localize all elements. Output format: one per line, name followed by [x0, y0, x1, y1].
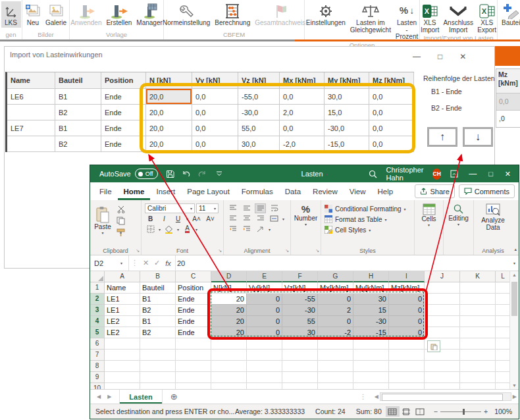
cell-B2[interactable]: B1: [140, 294, 176, 305]
col-header[interactable]: B: [140, 271, 176, 282]
neu-button[interactable]: Neu: [23, 1, 43, 28]
formula-input[interactable]: 20: [177, 259, 185, 267]
orientation-icon[interactable]: [255, 224, 266, 234]
table-cell[interactable]: B2: [55, 105, 101, 120]
wrap-text-icon[interactable]: [269, 203, 280, 213]
vertical-scrollbar[interactable]: ▲ ▼: [509, 271, 519, 389]
user-name[interactable]: Christopher Hahn: [386, 166, 429, 182]
order-item[interactable]: B1 - Ende: [431, 88, 462, 95]
number-format-select[interactable]: % Number ▾: [291, 200, 321, 226]
col-header-selected[interactable]: G: [318, 271, 353, 282]
tab-formulas[interactable]: Formulas: [236, 182, 279, 200]
increase-indent-icon[interactable]: [241, 224, 252, 234]
row-header[interactable]: 9: [90, 372, 105, 383]
einstellungen-button[interactable]: Einstellungen: [304, 1, 348, 28]
align-center-icon[interactable]: [241, 214, 252, 224]
dialog-launcher-icon[interactable]: ↘: [136, 248, 140, 253]
xls-export-button[interactable]: X XLS Export: [475, 1, 498, 34]
table-cell[interactable]: LE6: [7, 89, 55, 105]
col-header-selected[interactable]: D: [211, 271, 247, 282]
zoom-slider[interactable]: [440, 411, 481, 412]
avatar[interactable]: CH: [432, 169, 441, 180]
format-as-table-button[interactable]: Format as Table: [335, 216, 382, 223]
erstellen-button[interactable]: Erstellen: [104, 1, 134, 28]
align-left-icon[interactable]: [227, 214, 238, 224]
cell-B4[interactable]: B1: [140, 316, 176, 327]
paste-options-button[interactable]: [427, 340, 440, 352]
format-painter-icon[interactable]: [115, 228, 126, 238]
col-header-selected[interactable]: H: [353, 271, 389, 282]
minimize-icon[interactable]: —: [469, 169, 477, 178]
sheet-tab-lasten[interactable]: Lasten: [119, 390, 162, 404]
analyze-data-button[interactable]: Analyze Data: [474, 200, 512, 231]
conditional-formatting-button[interactable]: Conditional Formatting: [335, 205, 402, 213]
cell-A4[interactable]: LE2: [105, 316, 140, 327]
close-icon[interactable]: ✕: [505, 170, 511, 178]
tab-file[interactable]: File: [90, 182, 118, 200]
table-cell[interactable]: B2: [55, 136, 101, 152]
tab-help[interactable]: Help: [372, 182, 400, 200]
copy-icon[interactable]: [115, 216, 126, 226]
bauteil-button[interactable]: Bauteil: [500, 1, 520, 28]
scroll-left-icon[interactable]: ◀: [375, 394, 378, 400]
font-color-icon[interactable]: A: [182, 224, 193, 234]
cells-button[interactable]: Cells ▾: [415, 200, 443, 227]
dialog-launcher-icon[interactable]: ↘: [285, 248, 289, 253]
status-count[interactable]: Count: 24: [315, 407, 346, 415]
row-header-selected[interactable]: 5: [90, 327, 105, 338]
expand-formula-bar-icon[interactable]: ▾: [513, 261, 515, 265]
quick-access-chevron-icon[interactable]: [216, 171, 222, 176]
maximize-icon[interactable]: □: [438, 52, 442, 61]
row-header-selected[interactable]: 2: [90, 294, 105, 305]
table-cell[interactable]: B1: [55, 89, 101, 105]
column-header[interactable]: Bauteil: [55, 72, 101, 89]
row-header[interactable]: 6: [90, 338, 105, 350]
move-up-button[interactable]: ↑: [427, 127, 457, 147]
borders-icon[interactable]: [145, 224, 156, 234]
xls-import-button[interactable]: X XLS Import: [419, 1, 441, 34]
normal-view-icon[interactable]: [386, 406, 400, 417]
next-sheet-icon[interactable]: ▶: [107, 394, 111, 400]
cell-C4[interactable]: Ende: [176, 316, 211, 327]
zoom-out-button[interactable]: −: [434, 407, 438, 415]
align-bottom-icon[interactable]: [255, 203, 266, 213]
cell-A5[interactable]: LE2: [105, 327, 140, 338]
font-name-select[interactable]: Calibri▾: [145, 203, 195, 213]
row-header-selected[interactable]: 3: [90, 305, 105, 316]
cell-B5[interactable]: B2: [140, 327, 176, 338]
col-header[interactable]: K: [460, 271, 496, 282]
status-average[interactable]: Average: 3.333333333: [235, 407, 305, 415]
cell-B1[interactable]: Bauteil: [140, 282, 176, 294]
cell-A3[interactable]: LE1: [105, 305, 140, 316]
tab-page-layout[interactable]: Page Layout: [181, 182, 236, 200]
decrease-indent-icon[interactable]: [227, 224, 238, 234]
undo-icon[interactable]: [182, 170, 191, 178]
grow-font-button[interactable]: A˄: [191, 214, 202, 224]
col-header[interactable]: L: [496, 271, 511, 282]
status-sum[interactable]: Sum: 80: [356, 407, 382, 415]
enter-icon[interactable]: ✓: [151, 259, 163, 267]
cell-C1[interactable]: Position: [176, 282, 211, 294]
table-cell[interactable]: [7, 105, 55, 120]
shrink-font-button[interactable]: A˅: [205, 214, 216, 224]
page-break-view-icon[interactable]: [413, 406, 427, 417]
maximize-icon[interactable]: □: [488, 170, 493, 178]
align-middle-icon[interactable]: [241, 203, 252, 213]
dialog-launcher-icon[interactable]: ↘: [315, 248, 319, 253]
page-layout-view-icon[interactable]: [400, 406, 413, 417]
anschluss-import-button[interactable]: Anschluss Import: [442, 1, 475, 34]
row-header[interactable]: 10: [90, 383, 105, 389]
collapse-ribbon-icon[interactable]: ▴: [514, 247, 517, 252]
comments-button[interactable]: Comments: [459, 184, 515, 198]
galerie-button[interactable]: Galerie: [43, 1, 68, 28]
cell-C3[interactable]: Ende: [176, 305, 211, 316]
name-box[interactable]: D2▾: [90, 255, 129, 271]
tab-insert[interactable]: Insert: [150, 182, 181, 200]
scrollbar-thumb[interactable]: [382, 394, 503, 401]
prev-sheet-icon[interactable]: ◀: [97, 394, 101, 400]
add-sheet-icon[interactable]: ⊕: [170, 392, 178, 402]
tab-review[interactable]: Review: [307, 182, 344, 200]
col-header[interactable]: A: [105, 271, 140, 282]
autosave-toggle[interactable]: Off: [135, 169, 158, 179]
scroll-right-icon[interactable]: ▶: [513, 394, 517, 400]
